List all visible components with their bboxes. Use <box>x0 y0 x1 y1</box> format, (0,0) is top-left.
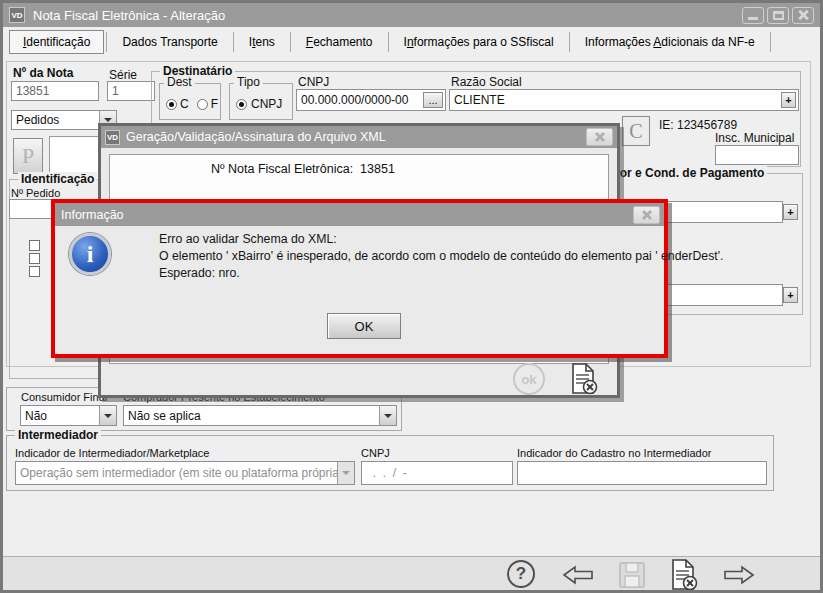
error-dialog-title: Informação <box>61 208 124 222</box>
title-bar: VD Nota Fiscal Eletrônica - Alteração <box>3 3 820 27</box>
identificacao-checkbox-3[interactable] <box>29 266 40 277</box>
close-icon <box>594 131 606 143</box>
window-title: Nota Fiscal Eletrônica - Alteração <box>33 8 225 23</box>
error-dialog-titlebar: Informação <box>55 203 664 226</box>
save-icon[interactable] <box>618 561 646 589</box>
identificacao-checkbox-1[interactable] <box>29 240 40 251</box>
close-button[interactable] <box>792 7 814 24</box>
tab-1[interactable]: Dados Transporte <box>109 31 230 53</box>
xml-nota-text: Nº Nota Fiscal Eletrônica: 13851 <box>211 162 395 176</box>
insc-municipal-label: Insc. Municipal <box>715 131 794 145</box>
error-dialog: Informação i Erro ao validar Schema do X… <box>51 199 668 358</box>
tab-5[interactable]: Informações Adicionais da NF-e <box>572 31 768 53</box>
error-message: Erro ao validar Schema do XML: O element… <box>159 231 723 282</box>
ie-text: IE: 123456789 <box>659 118 737 132</box>
tipo-legend: Tipo <box>234 75 263 89</box>
comprador-value: Não se aplica <box>124 409 379 423</box>
close-icon <box>641 209 653 221</box>
tipo-group: Tipo CNPJ <box>229 83 293 120</box>
error-line-1: Erro ao validar Schema do XML: <box>159 231 723 248</box>
tab-4[interactable]: Informações para o SSfiscal <box>391 31 567 53</box>
razao-label: Razão Social <box>451 75 522 89</box>
tab-separator <box>569 32 570 52</box>
tipo-cnpj-radio[interactable] <box>236 99 247 110</box>
error-line-3: Esperado: nro. <box>159 265 723 282</box>
error-ok-button[interactable]: OK <box>327 313 401 339</box>
indicador-label: Indicador de Intermediador/Marketplace <box>15 447 209 459</box>
xml-nota-value: 13851 <box>360 162 395 176</box>
close-icon <box>797 9 809 21</box>
tab-bar: IdentificaçãoDados TransporteItensFecham… <box>3 27 820 57</box>
help-icon: ? <box>516 564 526 584</box>
tab-separator <box>388 32 389 52</box>
tab-separator <box>233 32 234 52</box>
main-window: VD Nota Fiscal Eletrônica - Alteração Id… <box>0 0 823 593</box>
identificacao-checkbox-2[interactable] <box>29 253 40 264</box>
tab-separator <box>770 32 771 52</box>
consumidor-value: Não <box>21 409 99 423</box>
cnpj-label: CNPJ <box>298 75 329 89</box>
comprador-combo[interactable]: Não se aplica <box>123 405 397 426</box>
dest-legend: Dest <box>164 75 195 89</box>
xml-dialog-title: Geração/Validação/Assinatura do Arquivo … <box>126 130 386 144</box>
consumidor-dropdown-icon[interactable] <box>99 406 116 425</box>
dest-f-radio[interactable] <box>197 99 208 110</box>
razao-add-button[interactable]: + <box>781 92 796 108</box>
nota-label: Nº da Nota <box>13 66 73 80</box>
c-button[interactable]: C <box>622 116 650 146</box>
info-icon: i <box>69 233 111 275</box>
tab-separator <box>290 32 291 52</box>
indicador-dropdown-icon <box>337 462 354 484</box>
cancel-document-icon[interactable] <box>669 559 699 591</box>
nota-input[interactable]: 13851 <box>11 81 99 101</box>
xml-nota-label: Nº Nota Fiscal Eletrônica: <box>211 162 353 176</box>
tab-3[interactable]: Fechamento <box>293 31 386 53</box>
tab-2[interactable]: Itens <box>236 31 288 53</box>
pedidos-value: Pedidos <box>12 113 99 127</box>
help-button[interactable]: ? <box>507 560 535 588</box>
indicador-combo[interactable]: Operação sem intermediador (em site ou p… <box>15 461 355 485</box>
xml-dialog-icon: VD <box>105 130 120 145</box>
cnpj-browse-button[interactable]: ... <box>423 92 443 108</box>
vendedor-add-button[interactable]: + <box>783 204 798 220</box>
maximize-icon <box>773 11 784 20</box>
tab-0[interactable]: Identificação <box>9 30 104 54</box>
xml-ok-icon[interactable]: ok <box>513 363 545 395</box>
consumidor-label: Consumidor Final <box>21 391 107 403</box>
dest-f-label: F <box>211 97 218 111</box>
intermediador-cnpj-input[interactable]: . . / - <box>361 461 513 485</box>
intermediador-cnpj-label: CNPJ <box>361 447 390 459</box>
serie-label: Série <box>109 68 137 82</box>
error-line-2: O elemento ' xBairro' é inesperado, de a… <box>159 248 723 265</box>
xml-dialog-close-button[interactable] <box>586 128 613 146</box>
app-icon: VD <box>9 7 25 23</box>
cond-pagamento-add-button[interactable]: + <box>783 287 798 303</box>
identificacao-legend: Identificação <box>18 172 97 186</box>
minimize-button[interactable] <box>742 7 764 24</box>
back-arrow-icon[interactable] <box>562 565 594 585</box>
cadastro-label: Indicador do Cadastro no Intermediador <box>517 447 711 459</box>
xml-dialog-titlebar: VD Geração/Validação/Assinatura do Arqui… <box>101 126 617 148</box>
serie-input[interactable]: 1 <box>107 81 155 101</box>
maximize-button[interactable] <box>767 7 789 24</box>
tab-separator <box>106 32 107 52</box>
forward-arrow-icon[interactable] <box>723 565 755 585</box>
tipo-cnpj-label: CNPJ <box>251 97 282 111</box>
comprador-dropdown-icon[interactable] <box>379 406 396 425</box>
insc-municipal-input[interactable] <box>715 145 799 165</box>
error-dialog-close-button[interactable] <box>633 206 660 224</box>
dest-group: Dest C F <box>159 83 221 120</box>
indicador-value: Operação sem intermediador (em site ou p… <box>16 466 337 480</box>
xml-cancel-document-icon[interactable] <box>569 362 599 396</box>
cadastro-input[interactable] <box>517 461 767 485</box>
p-button[interactable]: P <box>13 138 43 174</box>
dest-c-radio[interactable] <box>166 99 177 110</box>
intermediador-legend: Intermediador <box>15 428 101 442</box>
consumidor-combo[interactable]: Não <box>20 405 117 426</box>
dest-c-label: C <box>180 97 189 111</box>
pedido-label: Nº Pedido <box>11 187 60 199</box>
razao-input[interactable]: CLIENTE <box>449 89 799 111</box>
minimize-icon <box>748 17 758 20</box>
